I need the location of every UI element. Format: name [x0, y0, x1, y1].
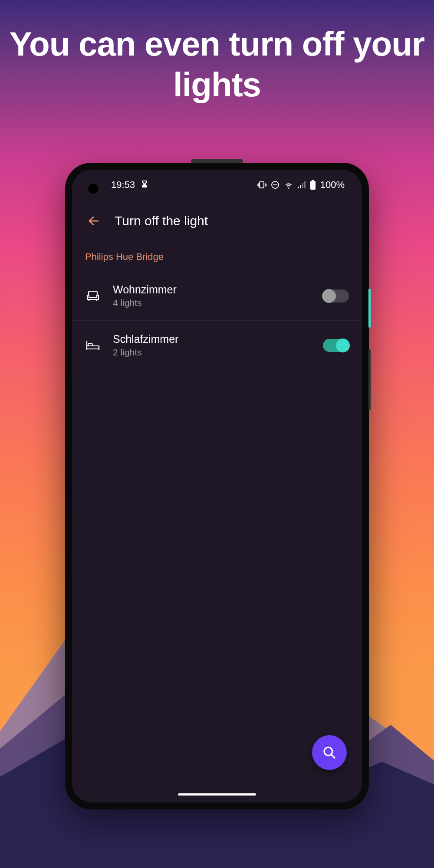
- search-fab[interactable]: [312, 735, 347, 770]
- phone-speaker: [191, 159, 243, 163]
- app-bar: Turn off the light: [72, 191, 362, 238]
- search-icon: [322, 746, 336, 760]
- svg-rect-9: [302, 183, 303, 188]
- svg-rect-8: [300, 185, 301, 188]
- arrow-left-icon: [87, 214, 100, 227]
- status-time: 19:53: [111, 179, 135, 191]
- signal-icon: [298, 181, 306, 188]
- phone-camera: [87, 183, 99, 195]
- phone-power-button: [368, 289, 371, 328]
- room-name: Schlafzimmer: [113, 333, 311, 345]
- back-button[interactable]: [85, 212, 102, 230]
- battery-icon: [310, 180, 316, 190]
- navigation-handle[interactable]: [178, 793, 256, 796]
- status-battery-percent: 100%: [320, 179, 345, 191]
- svg-rect-12: [310, 181, 316, 190]
- room-toggle-wohnzimmer[interactable]: [323, 289, 349, 302]
- room-subtitle: 2 lights: [113, 347, 311, 358]
- svg-rect-0: [260, 182, 264, 188]
- page-title: Turn off the light: [115, 214, 208, 228]
- phone-frame: 19:53: [65, 163, 369, 809]
- svg-rect-7: [298, 187, 299, 188]
- section-header: Philips Hue Bridge: [72, 238, 362, 271]
- sofa-icon: [85, 290, 101, 302]
- room-subtitle: 4 lights: [113, 298, 311, 308]
- status-bar: 19:53: [72, 170, 362, 191]
- svg-line-19: [331, 754, 335, 758]
- room-item-wohnzimmer[interactable]: Wohnzimmer 4 lights: [72, 271, 362, 321]
- vibrate-icon: [257, 181, 266, 189]
- promo-headline: You can even turn off your lights: [0, 24, 434, 105]
- room-name: Wohnzimmer: [113, 283, 311, 296]
- dnd-icon: [271, 181, 279, 189]
- phone-volume-button: [368, 349, 371, 410]
- phone-screen: 19:53: [72, 170, 362, 802]
- wifi-icon: [284, 181, 293, 189]
- bed-icon: [85, 340, 101, 351]
- svg-rect-10: [304, 181, 306, 188]
- room-toggle-schlafzimmer[interactable]: [323, 339, 349, 352]
- hourglass-icon: [141, 181, 148, 189]
- svg-rect-11: [312, 180, 314, 181]
- room-item-schlafzimmer[interactable]: Schlafzimmer 2 lights: [72, 321, 362, 370]
